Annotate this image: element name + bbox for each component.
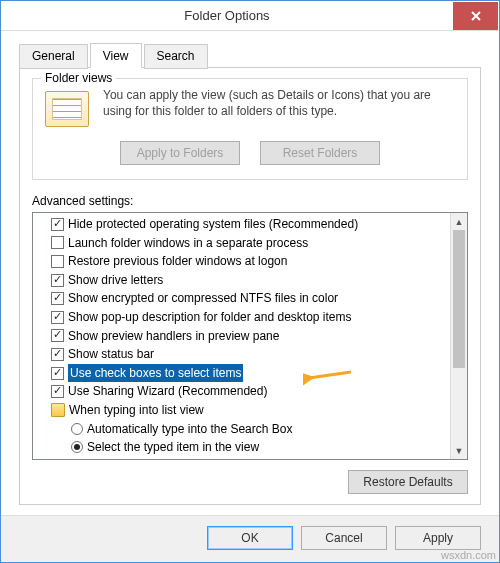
checkbox[interactable] bbox=[51, 292, 64, 305]
scrollbar[interactable]: ▲ ▼ bbox=[450, 213, 467, 459]
ok-button[interactable]: OK bbox=[207, 526, 293, 550]
advanced-item[interactable]: Use check boxes to select items bbox=[37, 364, 446, 383]
titlebar: Folder Options bbox=[1, 1, 499, 31]
advanced-item-label: Launch folder windows in a separate proc… bbox=[68, 234, 308, 253]
tab-search[interactable]: Search bbox=[144, 44, 208, 69]
scroll-track[interactable] bbox=[451, 230, 467, 442]
checkbox[interactable] bbox=[51, 255, 64, 268]
folder-views-text: You can apply the view (such as Details … bbox=[103, 87, 455, 131]
folder-options-window: Folder Options General View Search Folde… bbox=[0, 0, 500, 563]
checkbox[interactable] bbox=[51, 274, 64, 287]
advanced-item[interactable]: Select the typed item in the view bbox=[37, 438, 446, 457]
advanced-item-label: Show drive letters bbox=[68, 271, 163, 290]
advanced-settings-list[interactable]: Hide protected operating system files (R… bbox=[32, 212, 468, 460]
advanced-item-label: When typing into list view bbox=[69, 401, 204, 420]
advanced-item[interactable]: Show preview handlers in preview pane bbox=[37, 327, 446, 346]
apply-to-folders-button[interactable]: Apply to Folders bbox=[120, 141, 240, 165]
checkbox[interactable] bbox=[51, 218, 64, 231]
advanced-item: When typing into list view bbox=[37, 401, 446, 420]
advanced-item-label: Select the typed item in the view bbox=[87, 438, 259, 457]
watermark: wsxdn.com bbox=[441, 549, 496, 561]
advanced-item-label: Use Sharing Wizard (Recommended) bbox=[68, 382, 267, 401]
advanced-item[interactable]: Show drive letters bbox=[37, 271, 446, 290]
advanced-item-label: Automatically type into the Search Box bbox=[87, 420, 292, 439]
radio[interactable] bbox=[71, 423, 83, 435]
restore-defaults-button[interactable]: Restore Defaults bbox=[348, 470, 468, 494]
cancel-button[interactable]: Cancel bbox=[301, 526, 387, 550]
advanced-item-label: Use check boxes to select items bbox=[68, 364, 243, 383]
close-button[interactable] bbox=[453, 2, 498, 30]
advanced-item-label: Hide protected operating system files (R… bbox=[68, 215, 358, 234]
advanced-settings-label: Advanced settings: bbox=[32, 194, 468, 208]
checkbox[interactable] bbox=[51, 348, 64, 361]
folder-views-legend: Folder views bbox=[41, 71, 116, 85]
scroll-thumb[interactable] bbox=[453, 230, 465, 368]
scroll-up-arrow[interactable]: ▲ bbox=[451, 213, 467, 230]
advanced-item[interactable]: Hide protected operating system files (R… bbox=[37, 215, 446, 234]
radio[interactable] bbox=[71, 441, 83, 453]
checkbox[interactable] bbox=[51, 367, 64, 380]
folder-views-icon bbox=[45, 91, 93, 131]
advanced-item[interactable]: Use Sharing Wizard (Recommended) bbox=[37, 382, 446, 401]
window-title: Folder Options bbox=[1, 8, 453, 23]
advanced-item-label: Show preview handlers in preview pane bbox=[68, 327, 279, 346]
tab-general[interactable]: General bbox=[19, 44, 88, 69]
tab-view[interactable]: View bbox=[90, 43, 142, 68]
advanced-item-label: Show pop-up description for folder and d… bbox=[68, 308, 352, 327]
advanced-item-label: Restore previous folder windows at logon bbox=[68, 252, 287, 271]
advanced-item[interactable]: Restore previous folder windows at logon bbox=[37, 252, 446, 271]
folder-views-group: Folder views You can apply the view (suc… bbox=[32, 78, 468, 180]
scroll-down-arrow[interactable]: ▼ bbox=[451, 442, 467, 459]
advanced-item-label: Show status bar bbox=[68, 345, 154, 364]
checkbox[interactable] bbox=[51, 329, 64, 342]
checkbox[interactable] bbox=[51, 311, 64, 324]
tab-strip: General View Search bbox=[19, 43, 481, 68]
advanced-item[interactable]: Show status bar bbox=[37, 345, 446, 364]
checkbox[interactable] bbox=[51, 385, 64, 398]
apply-button[interactable]: Apply bbox=[395, 526, 481, 550]
folder-icon bbox=[51, 403, 65, 417]
advanced-item[interactable]: Show pop-up description for folder and d… bbox=[37, 308, 446, 327]
advanced-item[interactable]: Automatically type into the Search Box bbox=[37, 420, 446, 439]
advanced-item[interactable]: Launch folder windows in a separate proc… bbox=[37, 234, 446, 253]
reset-folders-button[interactable]: Reset Folders bbox=[260, 141, 380, 165]
advanced-item-label: Show encrypted or compressed NTFS files … bbox=[68, 289, 338, 308]
tab-panel-view: Folder views You can apply the view (suc… bbox=[19, 67, 481, 505]
checkbox[interactable] bbox=[51, 236, 64, 249]
advanced-item[interactable]: Show encrypted or compressed NTFS files … bbox=[37, 289, 446, 308]
dialog-buttons: OK Cancel Apply bbox=[1, 515, 499, 562]
